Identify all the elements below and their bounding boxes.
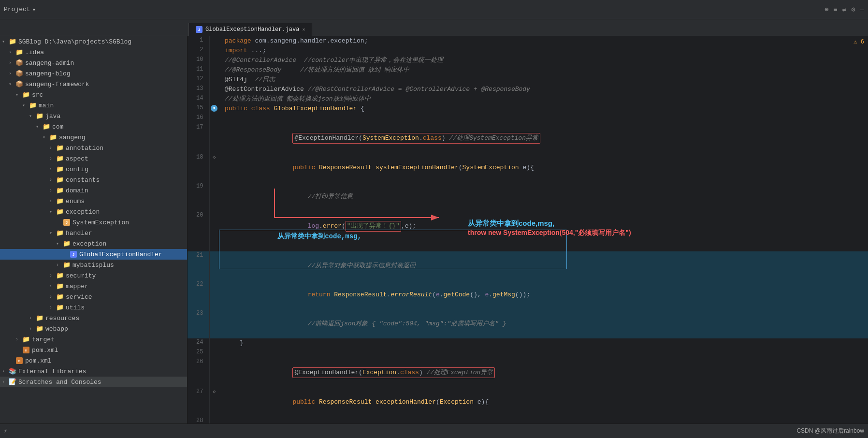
arrow-resources: ›	[29, 316, 36, 321]
sidebar-item-service[interactable]: › 📁 service	[0, 292, 187, 302]
code-line-23: //前端返回json对象 { "code":504, "msg":"必需填写用户…	[219, 309, 868, 338]
code-line-26: @ExceptionHandler(Exception.class) //处理E…	[219, 358, 868, 388]
arrow-external: ›	[2, 369, 9, 374]
arrow-sangeng-pkg: ▾	[43, 134, 49, 140]
label-constants: constants	[66, 176, 100, 184]
sidebar-item-enums[interactable]: › 📁 enums	[0, 196, 187, 206]
line-gutter	[209, 280, 219, 309]
arrow-utils: ›	[49, 305, 56, 310]
sidebar-item-handler[interactable]: ▾ 📁 handler	[0, 228, 187, 238]
label-sgblog: SGBlog D:\Java\projects\SGBlog	[18, 38, 131, 45]
sidebar-item-resources[interactable]: › 📁 resources	[0, 313, 187, 323]
sidebar-item-sangeng-pkg[interactable]: ▾ 📁 sangeng	[0, 132, 187, 143]
sidebar-item-constants[interactable]: › 📁 constants	[0, 175, 187, 185]
line-number: 11	[188, 65, 209, 75]
sidebar-item-src[interactable]: ▾ 📁 src	[0, 89, 187, 100]
sidebar-item-sangeng-framework[interactable]: ▾ 📦 sangeng-framework	[0, 79, 187, 89]
sidebar-item-utils[interactable]: › 📁 utils	[0, 302, 187, 313]
table-row: 22 return ResponseResult.errorResult(e.g…	[188, 280, 868, 309]
arrow-mybatisplus: ›	[56, 263, 63, 268]
line-number: 23	[188, 309, 209, 338]
arrow-config: ›	[49, 167, 56, 172]
line-gutter	[209, 94, 219, 104]
sidebar-item-target[interactable]: › 📁 target	[0, 334, 187, 345]
line-gutter	[209, 56, 219, 65]
sidebar-item-pom1[interactable]: m pom.xml	[0, 345, 187, 355]
table-row: 18 ◇ public ResponseResult systemExcepti…	[188, 153, 868, 182]
folder-icon-config: 📁	[56, 165, 64, 173]
add-icon[interactable]: ⊕	[825, 5, 828, 14]
settings-icon[interactable]: ⚙	[851, 5, 855, 14]
folder-icon-external: 📚	[9, 367, 16, 375]
sidebar-item-global-exception-handler[interactable]: J GlobalExceptionHandler	[0, 249, 187, 260]
sidebar-item-sangeng-admin[interactable]: › 📦 sangeng-admin	[0, 58, 187, 68]
sidebar-item-webapp[interactable]: › 📁 webapp	[0, 323, 187, 334]
sidebar-item-mybatisplus[interactable]: › 📁 mybatisplus	[0, 260, 187, 270]
minimize-icon[interactable]: —	[860, 6, 864, 14]
label-sangeng-blog: sangeng-blog	[25, 70, 71, 77]
table-row: 16	[188, 114, 868, 123]
list-icon[interactable]: ≡	[833, 6, 837, 14]
callout-text-1: 从异常类中拿到code,msg,	[277, 233, 362, 240]
arrow-handler: ▾	[49, 230, 56, 236]
line-gutter	[209, 85, 219, 94]
java-icon-global: J	[70, 250, 77, 258]
folder-icon-aspect: 📁	[56, 155, 64, 162]
arrow-src: ▾	[15, 92, 22, 98]
line-number: 10	[188, 56, 209, 65]
sidebar-item-main[interactable]: ▾ 📁 main	[0, 100, 187, 111]
sidebar-item-handler-exception[interactable]: ▾ 📁 exception	[0, 238, 187, 249]
tab-close-icon[interactable]: ✕	[302, 27, 305, 32]
code-line-21: //从异常对象中获取提示信息封装返回	[219, 251, 868, 280]
sidebar-item-pom2[interactable]: m pom.xml	[0, 355, 187, 366]
tab-globalexceptionhandler[interactable]: J GlobalExceptionHandler.java ✕	[188, 23, 312, 36]
line-number: 13	[188, 85, 209, 94]
sidebar-item-mapper[interactable]: › 📁 mapper	[0, 281, 187, 292]
folder-icon-sangeng: 📁	[49, 133, 57, 141]
line-gutter	[209, 338, 219, 348]
folder-icon-constants: 📁	[56, 176, 64, 184]
folder-icon-mapper: 📁	[56, 282, 64, 290]
label-handler-exception: exception	[72, 240, 106, 248]
label-exception: exception	[66, 208, 100, 216]
line-gutter	[209, 358, 219, 388]
line-number: 24	[188, 338, 209, 348]
sidebar-item-config[interactable]: › 📁 config	[0, 164, 187, 175]
label-target: target	[32, 336, 55, 343]
code-line-2: import ...;	[219, 46, 868, 56]
bottom-bar-left: ⚡	[4, 427, 7, 435]
sidebar-item-domain[interactable]: › 📁 domain	[0, 185, 187, 196]
arrow-webapp: ›	[29, 326, 36, 332]
sidebar-item-system-exception[interactable]: J SystemException	[0, 217, 187, 228]
folder-icon-root: 📁	[9, 38, 16, 45]
project-label: Project	[4, 6, 30, 13]
sidebar-item-annotation[interactable]: › 📁 annotation	[0, 143, 187, 153]
folder-icon-domain: 📁	[56, 187, 64, 194]
arrow-framework: ▾	[9, 81, 15, 87]
line-number: 1	[188, 36, 209, 46]
sidebar-item-external-libs[interactable]: › 📚 External Libraries	[0, 366, 187, 377]
line-number: 27	[188, 388, 209, 417]
label-handler: handler	[66, 230, 92, 237]
sidebar-item-scratches[interactable]: › 📝 Scratches and Consoles	[0, 377, 187, 387]
line-gutter	[209, 182, 219, 211]
sidebar-item-com[interactable]: ▾ 📁 com	[0, 121, 187, 132]
project-sidebar: ▾ 📁 SGBlog D:\Java\projects\SGBlog › 📁 .…	[0, 36, 188, 423]
label-aspect: aspect	[66, 155, 88, 162]
sidebar-item-aspect[interactable]: › 📁 aspect	[0, 153, 187, 164]
sidebar-item-sangeng-blog[interactable]: › 📦 sangeng-blog	[0, 68, 187, 79]
refresh-icon[interactable]: ⇌	[842, 5, 846, 14]
line-gutter	[209, 348, 219, 358]
sidebar-item-java[interactable]: ▾ 📁 java	[0, 111, 187, 121]
label-resources: resources	[45, 315, 79, 322]
sidebar-item-sgblog-root[interactable]: ▾ 📁 SGBlog D:\Java\projects\SGBlog	[0, 36, 187, 47]
table-row: 25	[188, 348, 868, 358]
sidebar-item-exception[interactable]: ▾ 📁 exception	[0, 206, 187, 217]
code-line-24: }	[219, 338, 868, 348]
code-content[interactable]: ⚠ 6 1 package com.sangeng.handler.except…	[188, 36, 868, 423]
project-dropdown[interactable]: ▾	[32, 6, 36, 14]
sidebar-item-security[interactable]: › 📁 security	[0, 270, 187, 281]
arrow-constants: ›	[49, 177, 56, 183]
folder-icon-blog: 📦	[15, 70, 23, 77]
sidebar-item-idea[interactable]: › 📁 .idea	[0, 47, 187, 58]
